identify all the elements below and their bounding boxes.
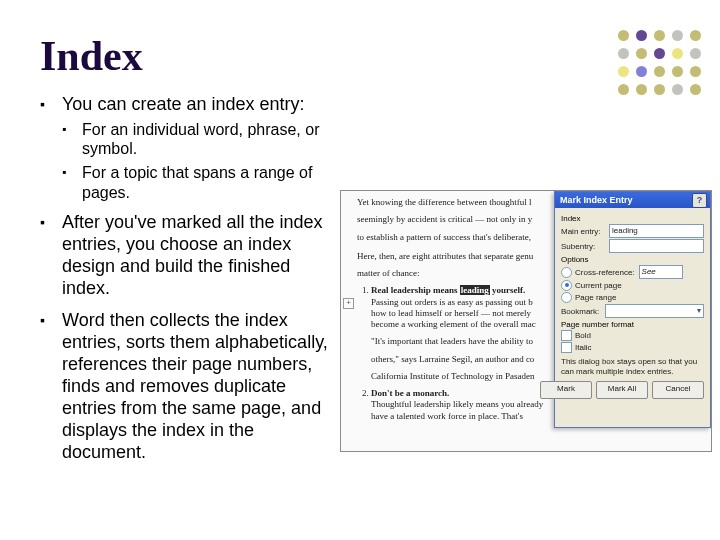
radio-page-range[interactable] <box>561 292 572 303</box>
outline-expand-icon[interactable]: + <box>343 298 354 309</box>
slide-title: Index <box>40 32 143 80</box>
bullet-1a: For an individual word, phrase, or symbo… <box>62 120 335 159</box>
italic-label: Italic <box>575 343 591 352</box>
current-page-label: Current page <box>575 281 622 290</box>
cancel-button[interactable]: Cancel <box>652 381 704 399</box>
subentry-label: Subentry: <box>561 242 609 251</box>
checkbox-bold[interactable] <box>561 330 572 341</box>
embedded-screenshot: Yet knowing the difference between thoug… <box>340 190 712 452</box>
mark-index-entry-dialog: Mark Index Entry ? Index Main entry: lea… <box>554 191 711 428</box>
dialog-note: This dialog box stays open so that you c… <box>561 357 704 377</box>
doc-li1-tail: yourself. <box>490 285 526 295</box>
doc-line: "It's important that leaders have the ab… <box>371 336 550 347</box>
subentry-field[interactable] <box>609 239 704 253</box>
decorative-dot-grid <box>618 30 702 96</box>
doc-line: others," says Larraine Segil, an author … <box>371 354 550 365</box>
doc-li1-highlight: leading <box>460 285 490 295</box>
dialog-titlebar[interactable]: Mark Index Entry ? <box>555 192 710 208</box>
bookmark-label: Bookmark: <box>561 307 605 316</box>
doc-line: how to lead himself or herself — not mer… <box>371 308 531 318</box>
word-document-pane: Yet knowing the difference between thoug… <box>341 191 554 451</box>
doc-line: seemingly by accident is critical — not … <box>357 214 550 225</box>
doc-list-1: Real leadership means leading yourself. … <box>371 285 550 382</box>
doc-line: Thoughtful leadership likely means you a… <box>371 399 543 420</box>
help-icon[interactable]: ? <box>692 193 707 208</box>
radio-cross-reference[interactable] <box>561 267 572 278</box>
bold-label: Bold <box>575 331 591 340</box>
radio-current-page[interactable] <box>561 280 572 291</box>
main-entry-field[interactable]: leading <box>609 224 704 238</box>
doc-line: Yet knowing the difference between thoug… <box>357 197 550 208</box>
doc-line: California Institute of Technology in Pa… <box>371 371 550 382</box>
bullet-2: After you've marked all the index entrie… <box>40 212 335 300</box>
dialog-title: Mark Index Entry <box>560 195 633 205</box>
cross-reference-field[interactable]: See <box>639 265 683 279</box>
doc-line: to establish a pattern of success that's… <box>357 232 550 243</box>
section-label-index: Index <box>561 214 704 223</box>
bookmark-dropdown[interactable] <box>605 304 704 318</box>
doc-list-2: Don't be a monarch. Thoughtful leadershi… <box>371 388 550 422</box>
section-label-options: Options <box>561 255 704 264</box>
doc-li1-lead: Real leadership means <box>371 285 460 295</box>
bullet-column: You can create an index entry: For an in… <box>40 94 335 474</box>
doc-line: become a working element of the overall … <box>371 319 536 329</box>
doc-li2-title: Don't be a monarch. <box>371 388 449 398</box>
bullet-1b: For a topic that spans a range of pages. <box>62 163 335 202</box>
checkbox-italic[interactable] <box>561 342 572 353</box>
doc-line: matter of chance: <box>357 268 550 279</box>
doc-line: Here, then, are eight attributes that se… <box>357 251 550 262</box>
bullet-1: You can create an index entry: For an in… <box>40 94 335 202</box>
section-label-format: Page number format <box>561 320 704 329</box>
mark-all-button[interactable]: Mark All <box>596 381 648 399</box>
main-entry-label: Main entry: <box>561 227 609 236</box>
page-range-label: Page range <box>575 293 616 302</box>
cross-reference-label: Cross-reference: <box>575 268 635 277</box>
bullet-3: Word then collects the index entries, so… <box>40 310 335 464</box>
doc-line: Passing out orders is as easy as passing… <box>371 297 533 307</box>
mark-button[interactable]: Mark <box>540 381 592 399</box>
bullet-1-text: You can create an index entry: <box>62 94 305 114</box>
